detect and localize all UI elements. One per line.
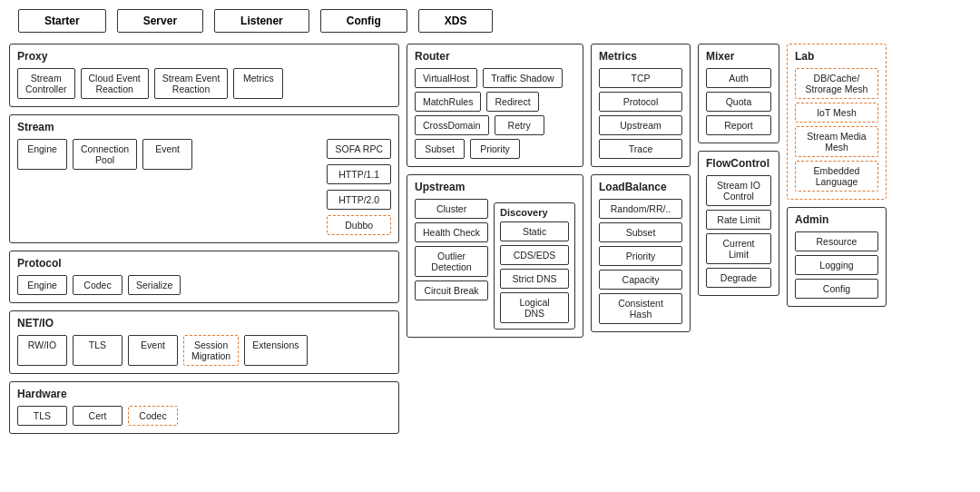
router-row-2: MatchRules Redirect [415,92,575,112]
tab-config[interactable]: Config [320,9,407,33]
router-traffic-shadow[interactable]: Traffic Shadow [483,68,562,88]
stream-side: SOFA RPC HTTP/1.1 HTTP/2.0 Dubbo [327,139,391,235]
lb-subset[interactable]: Subset [599,222,682,242]
netio-items: RW/IO TLS Event SessionMigration Extensi… [17,335,391,366]
tab-xds[interactable]: XDS [418,9,494,33]
router-title: Router [415,50,575,63]
discovery-items: Static CDS/EDS Strict DNS Logical DNS [500,221,569,323]
mixer-report[interactable]: Report [706,115,771,135]
mixer-auth[interactable]: Auth [706,68,771,88]
col-config: Metrics TCP Protocol Upstream Trace Load… [591,44,691,332]
lab-title: Lab [795,50,878,63]
upstream-health-check[interactable]: Health Check [415,222,488,242]
lab-stream-media-mesh[interactable]: Stream MediaMesh [795,126,878,157]
netio-extensions[interactable]: Extensions [244,335,307,366]
mixer-items: Auth Quota Report [706,68,771,135]
upstream-outlier-detection[interactable]: OutlierDetection [415,246,488,277]
flowcontrol-rate-limit[interactable]: Rate Limit [706,210,771,230]
lab-items: DB/Cache/Strorage Mesh IoT Mesh Stream M… [795,68,878,192]
protocol-serialize[interactable]: Serialize [128,275,181,295]
metrics-title: Metrics [599,50,682,63]
protocol-engine[interactable]: Engine [17,275,67,295]
proxy-title: Proxy [17,50,391,63]
metrics-trace[interactable]: Trace [599,139,682,159]
router-matchrules[interactable]: MatchRules [415,92,481,112]
lb-consistent-hash[interactable]: ConsistentHash [599,293,682,324]
lb-random[interactable]: Random/RR/.. [599,199,682,219]
proxy-metrics[interactable]: Metrics [233,68,283,99]
stream-title: Stream [17,121,391,133]
discovery-cds-eds[interactable]: CDS/EDS [500,245,569,265]
router-priority[interactable]: Priority [470,139,520,159]
netio-rwio[interactable]: RW/IO [17,335,67,366]
admin-title: Admin [795,213,878,226]
flowcontrol-degrade[interactable]: Degrade [706,268,771,288]
tab-starter[interactable]: Starter [18,9,106,33]
lb-capacity[interactable]: Capacity [599,270,682,290]
col-left: Proxy StreamController Cloud EventReacti… [9,44,399,434]
protocol-items: Engine Codec Serialize [17,275,391,295]
upstream-discovery: Discovery Static CDS/EDS Strict DNS Logi… [494,202,575,330]
metrics-tcp[interactable]: TCP [599,68,682,88]
flowcontrol-stream-io[interactable]: Stream IOControl [706,175,771,206]
router-crossdomain[interactable]: CrossDomain [415,115,489,135]
upstream-circuit-break[interactable]: Circuit Break [415,280,488,300]
stream-inner: Engine ConnectionPool Event SOFA RPC HTT… [17,139,391,235]
lab-embedded-language[interactable]: EmbeddedLanguage [795,161,878,192]
metrics-upstream[interactable]: Upstream [599,115,682,135]
proxy-stream-controller[interactable]: StreamController [17,68,75,99]
proxy-cloud-event-reaction[interactable]: Cloud EventReaction [81,68,149,99]
protocol-title: Protocol [17,257,391,270]
stream-items: Engine ConnectionPool Event [17,139,319,170]
hardware-codec[interactable]: Codec [128,406,178,426]
col-lab: Lab DB/Cache/Strorage Mesh IoT Mesh Stre… [787,44,887,307]
metrics-items: TCP Protocol Upstream Trace [599,68,682,159]
admin-resource[interactable]: Resource [795,231,878,251]
router-retry[interactable]: Retry [495,115,544,135]
netio-title: NET/IO [17,317,391,330]
stream-engine[interactable]: Engine [17,139,67,170]
lb-priority[interactable]: Priority [599,246,682,266]
discovery-static[interactable]: Static [500,221,569,241]
hardware-tls[interactable]: TLS [17,406,67,426]
netio-tls[interactable]: TLS [73,335,122,366]
stream-connection-pool[interactable]: ConnectionPool [73,139,137,170]
lab-db-cache[interactable]: DB/Cache/Strorage Mesh [795,68,878,99]
admin-config[interactable]: Config [795,279,878,299]
flowcontrol-current-limit[interactable]: Current Limit [706,233,771,264]
section-proxy: Proxy StreamController Cloud EventReacti… [9,44,399,107]
protocol-codec[interactable]: Codec [73,275,122,295]
lab-iot-mesh[interactable]: IoT Mesh [795,103,878,123]
router-row-3: CrossDomain Retry [415,115,575,135]
mixer-title: Mixer [706,50,771,63]
tab-server[interactable]: Server [117,9,203,33]
router-virtualhost[interactable]: VirtualHost [415,68,477,88]
hardware-cert[interactable]: Cert [73,406,122,426]
col-listener: Router VirtualHost Traffic Shadow MatchR… [407,44,583,338]
admin-logging[interactable]: Logging [795,255,878,275]
tab-listener[interactable]: Listener [214,9,309,33]
stream-http11[interactable]: HTTP/1.1 [327,164,391,184]
section-admin: Admin Resource Logging Config [787,207,887,307]
section-metrics: Metrics TCP Protocol Upstream Trace [591,44,691,167]
loadbalance-title: LoadBalance [599,181,682,193]
stream-http20[interactable]: HTTP/2.0 [327,190,391,210]
proxy-items: StreamController Cloud EventReaction Str… [17,68,391,99]
section-lab: Lab DB/Cache/Strorage Mesh IoT Mesh Stre… [787,44,887,200]
router-redirect[interactable]: Redirect [486,92,538,112]
section-upstream: Upstream Cluster Health Check OutlierDet… [407,174,583,338]
upstream-row: Cluster Health Check OutlierDetection Ci… [415,199,575,330]
netio-session-migration[interactable]: SessionMigration [183,335,239,366]
stream-dubbo[interactable]: Dubbo [327,215,391,235]
discovery-strict-dns[interactable]: Strict DNS [500,269,569,289]
netio-event[interactable]: Event [128,335,178,366]
metrics-protocol[interactable]: Protocol [599,92,682,112]
router-subset[interactable]: Subset [415,139,465,159]
proxy-stream-event-reaction[interactable]: Stream EventReaction [154,68,229,99]
stream-event[interactable]: Event [142,139,192,170]
mixer-quota[interactable]: Quota [706,92,771,112]
upstream-cluster[interactable]: Cluster [415,199,488,219]
discovery-logical-dns[interactable]: Logical DNS [500,292,569,323]
stream-sofa-rpc[interactable]: SOFA RPC [327,139,391,159]
section-netio: NET/IO RW/IO TLS Event SessionMigration … [9,310,399,374]
